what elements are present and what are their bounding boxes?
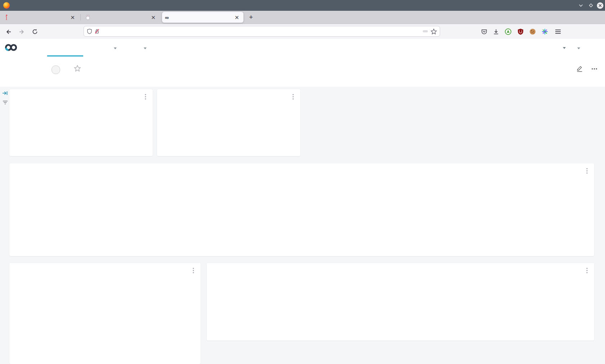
chevron-down-icon [563,47,566,49]
ublock-icon[interactable] [516,27,525,36]
url-bar[interactable] [84,26,440,37]
kpi-card-total-income [157,89,300,156]
tab-bar: ✕ ✕ ∞ ✕ + [0,11,605,24]
reload-button[interactable] [30,27,40,36]
add-new-button[interactable] [561,39,566,57]
window-title [0,0,605,11]
tab-close-icon[interactable]: ✕ [149,15,157,20]
back-arrow-icon [5,29,12,35]
kpi-card-total-trips [9,89,153,156]
forward-arrow-icon [19,29,25,35]
bookmark-star-icon[interactable] [431,28,437,35]
header-actions [576,65,598,74]
filter-icon[interactable] [1,99,9,106]
forward-button[interactable] [17,27,26,36]
infinity-logo-icon [4,43,18,52]
tab-taxi-data[interactable]: ∞ ✕ [162,12,243,23]
superset-favicon: ∞ [165,15,169,20]
edit-pencil-icon[interactable] [576,65,583,74]
download-icon[interactable] [491,27,501,36]
tab-separator [80,14,81,21]
favorite-star-icon[interactable] [74,65,81,73]
privacy-badger-icon[interactable] [503,27,513,36]
more-ellipsis-icon[interactable] [591,65,598,74]
chart-card-avg-trip-duration [207,263,594,341]
window-close-button[interactable] [596,1,604,9]
payment-donut-chart [9,283,201,364]
close-icon [597,2,604,9]
window-maximize-button[interactable] [587,1,595,9]
chevron-down-icon [577,47,580,49]
settings-menu[interactable] [575,39,580,57]
reload-icon [32,29,38,35]
insecure-lock-icon [94,28,100,34]
chart-card-payment-types [9,263,201,364]
active-nav-underline [47,55,83,56]
chevron-down-icon [144,47,147,49]
nav-data[interactable] [142,39,147,57]
maximize-icon [588,3,593,8]
screen: ✕ ✕ ∞ ✕ + [0,0,605,364]
nav-sql-lab[interactable] [112,39,117,57]
kebab-menu-icon[interactable] [191,267,196,274]
pocket-icon[interactable] [479,27,489,36]
tab-close-icon[interactable]: ✕ [69,15,76,20]
minio-icon [4,14,9,20]
dashboard-body [0,87,605,364]
dashboard-header [0,57,605,87]
draft-badge [51,65,60,74]
tab-trino[interactable]: ✕ [82,12,160,23]
superset-logo[interactable] [4,43,20,52]
tab-minio-console[interactable]: ✕ [1,12,79,23]
shield-icon [87,28,92,34]
zoom-level-badge[interactable] [423,30,428,32]
trino-bunny-icon [85,14,91,20]
back-button[interactable] [4,27,13,36]
avg-duration-chart [207,263,594,341]
trend-sparkline [14,134,151,155]
window-minimize-button[interactable] [577,1,585,9]
chevron-down-icon [578,3,583,8]
trend-sparkline [161,134,299,155]
menu-hamburger-icon[interactable] [553,27,563,36]
url-toolbar [0,24,605,39]
kebab-menu-icon[interactable] [290,94,296,100]
cookie-icon[interactable] [528,27,537,36]
chevron-down-icon [114,47,117,49]
trips-income-chart [9,163,594,256]
new-tab-button[interactable]: + [246,13,256,22]
superset-navbar [0,39,605,57]
tab-close-icon[interactable]: ✕ [233,15,241,20]
chart-card-trips-income [9,163,594,256]
expand-filter-bar-icon[interactable] [1,89,9,97]
browser-titlebar [0,0,605,11]
kebab-menu-icon[interactable] [143,94,148,100]
extension-asterisk-icon[interactable] [540,27,550,36]
